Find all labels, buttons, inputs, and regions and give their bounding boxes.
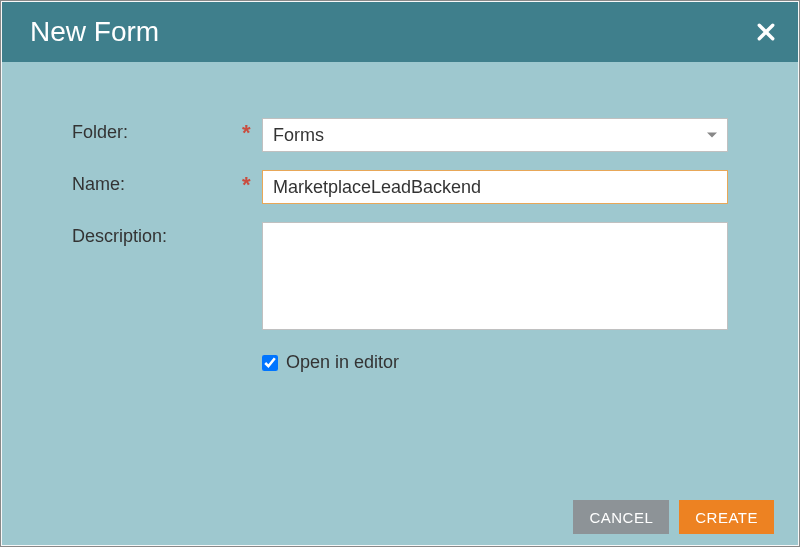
folder-select-value: Forms — [273, 125, 324, 146]
open-in-editor-checkbox[interactable] — [262, 355, 278, 371]
open-in-editor-row: Open in editor — [262, 352, 728, 373]
required-indicator: * — [242, 118, 262, 142]
description-label: Description: — [72, 222, 242, 247]
close-icon — [757, 23, 775, 41]
close-button[interactable] — [754, 20, 778, 44]
description-textarea[interactable] — [262, 222, 728, 330]
folder-select[interactable]: Forms — [262, 118, 728, 152]
dialog-title: New Form — [30, 16, 159, 48]
dialog-button-bar: CANCEL CREATE — [2, 489, 798, 545]
cancel-button[interactable]: CANCEL — [573, 500, 669, 534]
folder-label: Folder: — [72, 118, 242, 143]
name-input[interactable] — [262, 170, 728, 204]
name-label: Name: — [72, 170, 242, 195]
description-row: Description: — [72, 222, 728, 334]
folder-row: Folder: * Forms — [72, 118, 728, 152]
chevron-down-icon — [707, 133, 717, 138]
dialog-titlebar: New Form — [2, 2, 798, 62]
required-indicator: * — [242, 170, 262, 194]
dialog-body: Folder: * Forms Name: * Description: — [2, 62, 798, 393]
name-row: Name: * — [72, 170, 728, 204]
create-button[interactable]: CREATE — [679, 500, 774, 534]
new-form-dialog: New Form Folder: * Forms Name: * — [2, 2, 798, 545]
open-in-editor-label: Open in editor — [286, 352, 399, 373]
